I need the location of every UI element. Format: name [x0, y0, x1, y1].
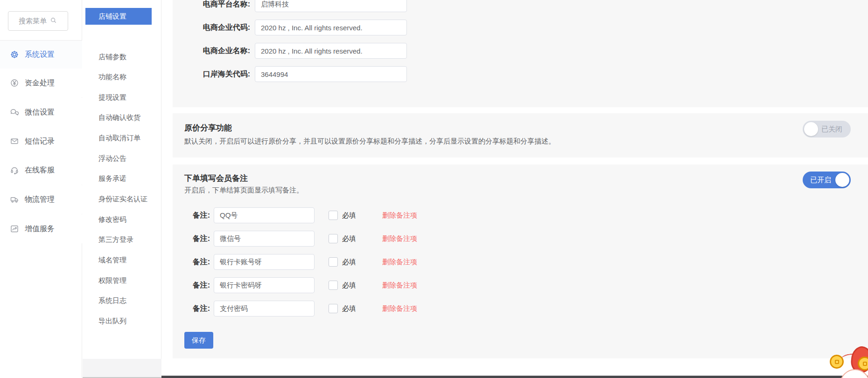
sidebar-item-label: 系统设置 — [25, 50, 55, 60]
delete-remark-link[interactable]: 删除备注项 — [382, 281, 417, 290]
gear-icon — [10, 50, 19, 59]
submenu-item-label: 域名管理 — [98, 256, 126, 265]
delete-remark-link[interactable]: 删除备注项 — [382, 211, 417, 220]
submenu-item-export-queue[interactable]: 导出队列 — [85, 313, 152, 330]
remark-row-label: 备注: — [173, 211, 214, 220]
submenu-item-feature-names[interactable]: 功能名称 — [85, 69, 152, 86]
submenu-item-change-password[interactable]: 修改密码 — [85, 211, 152, 228]
remark-row: 备注:必填删除备注项 — [173, 277, 417, 293]
basic-field-input[interactable] — [255, 0, 407, 12]
sidebar-item-online-service[interactable]: 在线客服 — [0, 156, 82, 185]
basic-field-label: 口岸海关代码: — [177, 69, 255, 79]
search-icon — [49, 16, 57, 26]
share-toggle[interactable]: 已关闭 — [803, 121, 851, 137]
submenu-item-withdraw[interactable]: 提现设置 — [85, 89, 152, 106]
required-checkbox[interactable] — [329, 211, 338, 220]
share-section-title: 原价分享功能 — [184, 123, 232, 133]
submenu-item-auto-confirm[interactable]: 自动确认收货 — [85, 110, 152, 126]
submenu-item-label: 店铺设置 — [98, 12, 126, 21]
required-checkbox[interactable] — [329, 234, 338, 243]
sidebar-item-wechat-settings[interactable]: 微信设置 — [0, 98, 82, 127]
submenu-item-auto-cancel[interactable]: 自动取消订单 — [85, 130, 152, 147]
submenu-item-label: 店铺参数 — [98, 53, 126, 62]
promo-mascot-widget[interactable] — [817, 343, 868, 378]
submenu-item-domain-manage[interactable]: 域名管理 — [85, 252, 152, 269]
required-checkbox[interactable] — [329, 257, 338, 267]
basic-field-input[interactable] — [255, 66, 407, 82]
submenu-item-shop-settings[interactable]: 店铺设置 — [85, 8, 152, 25]
remark-toggle-knob — [835, 173, 849, 187]
submenu-item-system-log[interactable]: 系统日志 — [85, 293, 152, 309]
required-checkbox[interactable] — [329, 281, 338, 290]
basic-field-input[interactable] — [255, 43, 407, 59]
submenu-item-label: 系统日志 — [98, 296, 126, 305]
remark-row-label: 备注: — [173, 257, 214, 267]
basic-info-card: 电商平台名称:电商企业代码:电商企业名称:口岸海关代码: — [173, 0, 868, 107]
submenu-item-shop-params[interactable]: 店铺参数 — [85, 48, 152, 65]
remark-input[interactable] — [214, 231, 315, 247]
remark-row-label: 备注: — [173, 281, 214, 290]
submenu-item-label: 提现设置 — [98, 93, 126, 102]
sidebar-item-label: 资金处理 — [25, 78, 55, 88]
member-remark-card: 下单填写会员备注 开启后，下单结算页面显示填写备注。 已开启 备注:必填删除备注… — [173, 165, 868, 358]
sidebar-item-label: 物流管理 — [25, 195, 55, 205]
remark-section-title: 下单填写会员备注 — [184, 173, 248, 184]
share-toggle-knob — [804, 122, 818, 136]
sidebar-item-sms-records[interactable]: 短信记录 — [0, 127, 82, 156]
delete-remark-link[interactable]: 删除备注项 — [382, 234, 417, 243]
sidebar-item-value-added[interactable]: 增值服务 — [0, 214, 82, 243]
yen-circle-icon — [10, 78, 19, 88]
delete-remark-link[interactable]: 删除备注项 — [382, 258, 417, 267]
save-button[interactable]: 保存 — [184, 332, 213, 349]
submenu-item-label: 修改密码 — [98, 215, 126, 224]
delete-remark-link[interactable]: 删除备注项 — [382, 304, 417, 313]
submenu-item-label: 自动确认收货 — [98, 113, 140, 122]
envelope-icon — [10, 137, 19, 146]
share-toggle-label: 已关闭 — [821, 121, 842, 137]
sidebar-item-label: 增值服务 — [25, 224, 55, 234]
remark-input[interactable] — [214, 254, 315, 270]
wechat-icon — [10, 108, 19, 117]
settings-submenu: 店铺设置店铺参数功能名称提现设置自动确认收货自动取消订单浮动公告服务承诺身份证实… — [83, 0, 161, 378]
submenu-item-label: 导出队列 — [98, 317, 126, 326]
basic-field-input[interactable] — [255, 20, 407, 35]
required-label: 必填 — [342, 258, 356, 267]
submenu-item-label: 功能名称 — [98, 73, 126, 82]
required-label: 必填 — [342, 281, 356, 290]
submenu-item-service-promise[interactable]: 服务承诺 — [85, 171, 152, 187]
required-label: 必填 — [342, 304, 356, 313]
sidebar-item-label: 微信设置 — [25, 108, 55, 117]
remark-toggle[interactable]: 已开启 — [803, 172, 851, 188]
sidebar-item-funds-handling[interactable]: 资金处理 — [0, 69, 82, 97]
headset-icon — [10, 165, 19, 175]
submenu-footer-strip — [83, 359, 161, 378]
remark-input[interactable] — [214, 277, 315, 293]
gold-coin-icon — [830, 355, 844, 369]
admin-settings-page: 搜索菜单 系统设置 资金处理 微信设置 短信记录 在线客服 物流管理 增值服务 … — [0, 0, 868, 378]
remark-row: 备注:必填删除备注项 — [173, 254, 417, 270]
submenu-item-id-verify[interactable]: 身份证实名认证 — [85, 191, 152, 208]
sidebar-item-label: 在线客服 — [25, 165, 55, 175]
sidebar-item-system-settings[interactable]: 系统设置 — [0, 40, 82, 69]
submenu-item-label: 服务承诺 — [98, 174, 126, 183]
submenu-item-permission[interactable]: 权限管理 — [85, 272, 152, 289]
remark-toggle-label: 已开启 — [810, 172, 831, 188]
submenu-item-third-party-login[interactable]: 第三方登录 — [85, 232, 152, 248]
menu-search-input[interactable]: 搜索菜单 — [8, 11, 68, 31]
sidebar-item-logistics[interactable]: 物流管理 — [0, 185, 82, 214]
submenu-item-floating-notice[interactable]: 浮动公告 — [85, 150, 152, 167]
chart-icon — [10, 224, 19, 234]
required-checkbox[interactable] — [329, 304, 338, 313]
bottom-window-edge — [161, 376, 868, 378]
remark-row: 备注:必填删除备注项 — [173, 231, 417, 247]
basic-field-row: 口岸海关代码: — [177, 66, 407, 82]
basic-field-row: 电商平台名称: — [177, 0, 407, 12]
submenu-item-label: 浮动公告 — [98, 154, 126, 163]
required-label: 必填 — [342, 211, 356, 220]
remark-input[interactable] — [214, 301, 315, 316]
remark-input[interactable] — [214, 207, 315, 223]
share-feature-card: 原价分享功能 默认关闭，开启后可以进行原价分享，并且可以设置原价分享标题和分享描… — [173, 113, 868, 158]
basic-field-row: 电商企业名称: — [177, 43, 407, 59]
submenu-item-label: 自动取消订单 — [98, 134, 140, 143]
remark-row: 备注:必填删除备注项 — [173, 301, 417, 316]
